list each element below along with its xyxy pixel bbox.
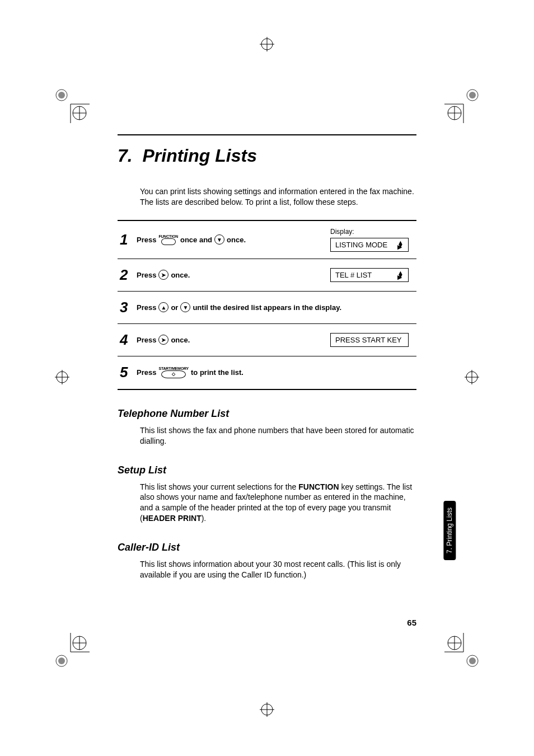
- step-text-pre: Press: [137, 271, 156, 279]
- section-body: This list shows information about your 3…: [140, 559, 416, 580]
- step-row: 2 Press ➤ once. TEL # LIST ▲▼▶: [118, 259, 416, 292]
- crosshair-right-icon: [463, 369, 480, 388]
- text: This list shows your current selections …: [140, 482, 298, 491]
- header-rule: [118, 134, 416, 135]
- oval-button-icon: ◇: [161, 370, 186, 378]
- lcd-display: PRESS START KEY: [330, 333, 409, 347]
- step-text-pre: Press: [137, 368, 156, 377]
- lcd-text: LISTING MODE: [335, 241, 387, 249]
- lcd-text: PRESS START KEY: [335, 336, 402, 344]
- step-text-post: once.: [171, 336, 190, 344]
- step-text-post: until the desired list appears in the di…: [193, 303, 341, 312]
- crosshair-top-icon: [259, 36, 275, 55]
- up-down-arrows-icon: ▲▼▶: [397, 271, 404, 279]
- step-number: 3: [120, 299, 137, 316]
- lcd-display: TEL # LIST ▲▼▶: [330, 268, 409, 282]
- button-label: FUNCTION: [158, 234, 178, 238]
- display-label: Display:: [330, 228, 354, 236]
- bold-text: FUNCTION: [298, 482, 339, 491]
- up-down-arrows-icon: ▲▼▶: [397, 241, 404, 248]
- step-text-mid: once and: [180, 236, 212, 244]
- step-row: 4 Press ➤ once. PRESS START KEY: [118, 324, 416, 356]
- step-row: 5 Press START/MEMORY ◇ to print the list…: [118, 356, 416, 389]
- page-number: 65: [407, 618, 416, 627]
- section-heading: Caller-ID List: [118, 542, 416, 553]
- step-number: 1: [120, 231, 137, 248]
- crosshair-left-icon: [54, 369, 71, 388]
- button-label: START/MEMORY: [158, 367, 189, 370]
- step-instruction: Press ➤ once.: [137, 270, 330, 280]
- step-instruction: Press FUNCTION once and ▼ once.: [137, 234, 330, 245]
- step-number: 5: [120, 364, 137, 381]
- section-heading: Setup List: [118, 464, 416, 476]
- chapter-title: 7. Printing Lists: [118, 145, 416, 166]
- right-arrow-button-icon: ➤: [158, 270, 168, 280]
- display-column: Display: LISTING MODE ▲▼▶: [330, 228, 414, 252]
- step-row: 1 Press FUNCTION once and ▼ once. Displa…: [118, 221, 416, 259]
- svg-point-8: [469, 92, 476, 98]
- svg-point-22: [469, 658, 476, 664]
- step-number: 4: [120, 331, 137, 349]
- chapter-tab: 7. Printing Lists: [443, 501, 456, 560]
- lcd-display: LISTING MODE ▲▼▶: [330, 238, 409, 252]
- start-memory-button-icon: START/MEMORY ◇: [158, 367, 189, 378]
- step-instruction: Press ▲ or ▼ until the desired list appe…: [137, 302, 414, 312]
- step-text-post: once.: [171, 271, 190, 279]
- step-number: 2: [120, 266, 137, 284]
- oval-button-icon: [161, 238, 176, 245]
- crop-mark-bottom-right: [444, 633, 484, 672]
- step-text-pre: Press: [137, 236, 156, 244]
- crop-mark-top-right: [444, 84, 484, 123]
- step-text-post: once.: [227, 236, 246, 244]
- steps-table: 1 Press FUNCTION once and ▼ once. Displa…: [118, 220, 416, 390]
- intro-paragraph: You can print lists showing settings and…: [140, 186, 416, 208]
- step-text-mid: or: [171, 303, 178, 312]
- step-instruction: Press START/MEMORY ◇ to print the list.: [137, 367, 414, 378]
- right-arrow-button-icon: ➤: [158, 335, 168, 345]
- up-arrow-button-icon: ▲: [158, 302, 168, 312]
- crosshair-bottom-icon: [259, 701, 275, 720]
- bold-text: HEADER PRINT: [143, 514, 202, 523]
- down-arrow-button-icon: ▼: [214, 234, 224, 245]
- section-body: This list shows the fax and phone number…: [140, 425, 416, 447]
- step-text-pre: Press: [137, 303, 156, 312]
- svg-point-15: [58, 658, 65, 664]
- section-body: This list shows your current selections …: [140, 482, 416, 524]
- step-instruction: Press ➤ once.: [137, 335, 330, 345]
- page-content: 7. Printing Lists You can print lists sh…: [118, 134, 416, 622]
- down-arrow-button-icon: ▼: [180, 302, 190, 312]
- svg-point-1: [58, 92, 65, 98]
- crop-mark-bottom-left: [50, 633, 90, 672]
- chapter-name: Printing Lists: [142, 145, 256, 166]
- step-row: 3 Press ▲ or ▼ until the desired list ap…: [118, 292, 416, 324]
- function-button-icon: FUNCTION: [158, 234, 178, 245]
- text: ).: [202, 514, 207, 523]
- display-column: TEL # LIST ▲▼▶: [330, 268, 414, 282]
- chapter-number: 7.: [118, 145, 133, 166]
- display-column: PRESS START KEY: [330, 333, 414, 347]
- step-text-pre: Press: [137, 336, 156, 344]
- section-heading: Telephone Number List: [118, 408, 416, 420]
- step-text-post: to print the list.: [191, 368, 243, 377]
- crop-mark-top-left: [50, 84, 90, 123]
- lcd-text: TEL # LIST: [335, 271, 372, 279]
